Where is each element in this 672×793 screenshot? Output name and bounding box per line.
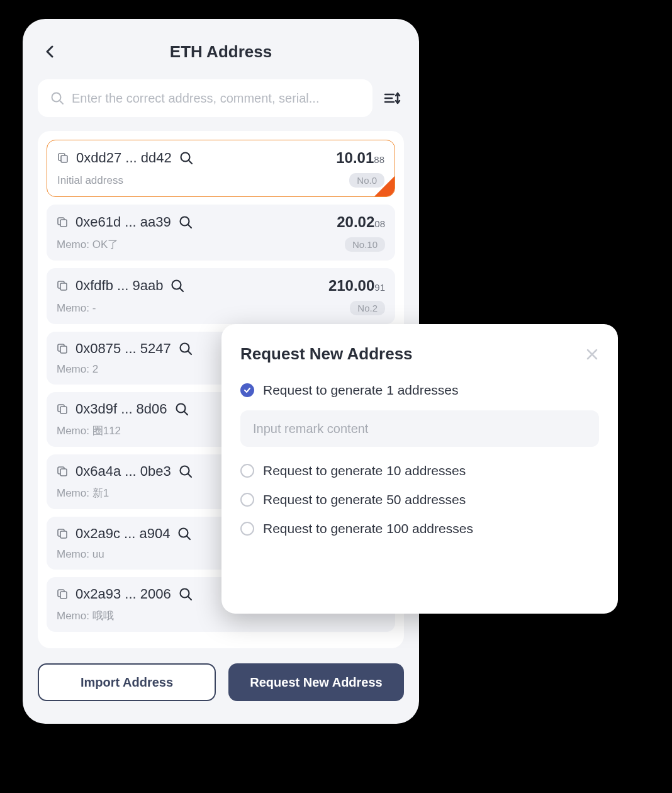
balance-decimals: 08 <box>374 218 385 229</box>
svg-rect-20 <box>60 531 67 538</box>
copy-icon[interactable] <box>57 280 68 291</box>
option-label: Request to generate 10 addresses <box>263 463 466 478</box>
bottom-bar: Import Address Request New Address <box>38 663 404 701</box>
remark-input[interactable] <box>240 410 599 447</box>
search-icon <box>50 91 64 105</box>
option-label: Request to generate 1 addresses <box>263 383 459 398</box>
address-text: 0xfdfb ... 9aab <box>76 278 163 294</box>
zoom-icon[interactable] <box>179 587 193 601</box>
balance-decimals: 91 <box>374 282 385 293</box>
zoom-icon[interactable] <box>179 215 193 229</box>
option-label: Request to generate 100 addresses <box>263 521 473 536</box>
radio-button[interactable] <box>240 383 254 397</box>
sort-button[interactable] <box>381 87 404 110</box>
zoom-icon[interactable] <box>175 402 189 416</box>
zoom-icon[interactable] <box>179 342 193 356</box>
memo-text: Memo: 2 <box>57 363 98 376</box>
page-title: ETH Address <box>170 42 272 62</box>
card-memo-row: Initial addressNo.0 <box>57 173 384 188</box>
memo-text: Memo: - <box>57 302 96 315</box>
modal-option[interactable]: Request to generate 10 addresses <box>240 463 599 478</box>
card-memo-row: Memo: -No.2 <box>57 301 385 315</box>
address-text: 0x0875 ... 5247 <box>76 340 171 357</box>
close-icon <box>586 349 598 360</box>
memo-text: Memo: uu <box>57 548 104 561</box>
address-text: 0x3d9f ... 8d06 <box>76 401 167 417</box>
memo-text: Memo: 哦哦 <box>57 609 114 623</box>
search-row <box>38 79 404 117</box>
copy-icon[interactable] <box>57 588 68 600</box>
svg-rect-5 <box>60 220 67 227</box>
copy-icon[interactable] <box>57 343 68 354</box>
zoom-icon[interactable] <box>179 151 193 165</box>
svg-rect-14 <box>60 407 67 413</box>
address-text: 0x2a9c ... a904 <box>76 526 170 542</box>
search-box[interactable] <box>38 79 372 117</box>
modal-header: Request New Address <box>240 344 599 364</box>
request-new-address-button[interactable]: Request New Address <box>228 663 404 701</box>
address-text: 0x2a93 ... 2006 <box>76 586 171 602</box>
zoom-icon[interactable] <box>171 279 184 293</box>
index-badge: No.10 <box>345 237 385 252</box>
svg-rect-2 <box>61 155 67 162</box>
card-row: 0xe61d ... aa3920.0208 <box>57 213 385 231</box>
modal-option[interactable]: Request to generate 1 addresses <box>240 383 599 398</box>
card-row: 0xdd27 ... dd4210.0188 <box>57 149 384 167</box>
modal-option[interactable]: Request to generate 100 addresses <box>240 521 599 536</box>
svg-rect-17 <box>60 469 67 476</box>
option-label: Request to generate 50 addresses <box>263 492 466 507</box>
copy-icon[interactable] <box>57 466 68 477</box>
balance: 10.0188 <box>336 149 384 167</box>
memo-text: Memo: 圈112 <box>57 424 121 438</box>
copy-icon[interactable] <box>57 403 68 415</box>
search-input[interactable] <box>72 91 360 106</box>
card-row: 0xfdfb ... 9aab210.0091 <box>57 277 385 295</box>
svg-rect-8 <box>60 283 67 290</box>
modal-title: Request New Address <box>240 344 413 364</box>
chevron-left-icon <box>45 45 55 58</box>
index-badge: No.0 <box>349 173 384 188</box>
modal-option[interactable]: Request to generate 50 addresses <box>240 492 599 507</box>
import-address-button[interactable]: Import Address <box>38 663 216 701</box>
radio-button[interactable] <box>240 522 254 536</box>
index-badge: No.2 <box>350 301 385 315</box>
svg-rect-23 <box>60 592 67 599</box>
balance-decimals: 88 <box>374 154 384 165</box>
request-new-address-modal: Request New Address Request to generate … <box>221 324 618 614</box>
copy-icon[interactable] <box>57 528 68 539</box>
close-button[interactable] <box>585 347 599 361</box>
zoom-icon[interactable] <box>179 464 193 478</box>
address-text: 0xdd27 ... dd42 <box>76 150 172 166</box>
balance: 210.0091 <box>328 277 385 295</box>
address-card[interactable]: 0xe61d ... aa3920.0208Memo: OK了No.10 <box>47 205 395 261</box>
radio-button[interactable] <box>240 464 254 478</box>
back-button[interactable] <box>43 44 58 59</box>
zoom-icon[interactable] <box>177 527 191 541</box>
header: ETH Address <box>38 37 404 67</box>
copy-icon[interactable] <box>57 217 68 228</box>
address-text: 0x6a4a ... 0be3 <box>76 463 171 480</box>
svg-rect-11 <box>60 346 67 353</box>
copy-icon[interactable] <box>57 152 69 164</box>
memo-text: Memo: OK了 <box>57 237 118 252</box>
radio-button[interactable] <box>240 493 254 507</box>
memo-text: Initial address <box>57 174 123 187</box>
address-card[interactable]: 0xfdfb ... 9aab210.0091Memo: -No.2 <box>47 268 395 324</box>
address-text: 0xe61d ... aa39 <box>76 214 171 230</box>
card-memo-row: Memo: OK了No.10 <box>57 237 385 252</box>
sort-icon <box>384 89 401 107</box>
balance: 20.0208 <box>337 213 385 231</box>
memo-text: Memo: 新1 <box>57 486 109 500</box>
address-card[interactable]: 0xdd27 ... dd4210.0188Initial addressNo.… <box>47 140 395 197</box>
